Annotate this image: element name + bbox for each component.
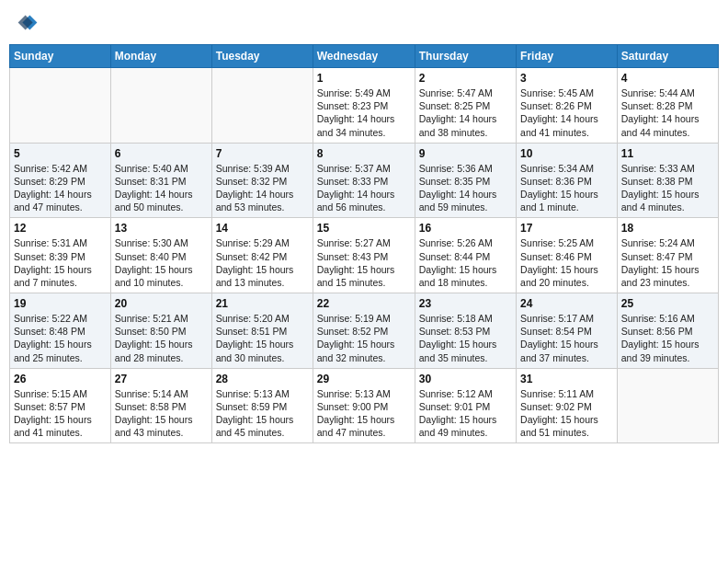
day-number: 7 — [216, 147, 309, 160]
day-number: 20 — [115, 297, 208, 310]
day-info: Sunrise: 5:21 AM Sunset: 8:50 PM Dayligh… — [115, 312, 208, 364]
day-info: Sunrise: 5:42 AM Sunset: 8:29 PM Dayligh… — [14, 162, 107, 214]
calendar-cell — [617, 368, 718, 443]
day-number: 29 — [317, 373, 411, 385]
day-info: Sunrise: 5:49 AM Sunset: 8:23 PM Dayligh… — [317, 86, 411, 139]
day-number: 13 — [115, 222, 208, 235]
day-number: 8 — [317, 147, 411, 160]
day-info: Sunrise: 5:19 AM Sunset: 8:52 PM Dayligh… — [317, 312, 411, 364]
day-info: Sunrise: 5:34 AM Sunset: 8:36 PM Dayligh… — [520, 162, 613, 214]
day-info: Sunrise: 5:31 AM Sunset: 8:39 PM Dayligh… — [14, 236, 107, 289]
day-number: 1 — [317, 72, 411, 85]
calendar-cell — [110, 68, 211, 144]
calendar-cell: 19Sunrise: 5:22 AM Sunset: 8:48 PM Dayli… — [10, 293, 111, 369]
day-number: 27 — [115, 373, 208, 385]
day-info: Sunrise: 5:16 AM Sunset: 8:56 PM Dayligh… — [621, 312, 714, 364]
calendar-cell: 28Sunrise: 5:13 AM Sunset: 8:59 PM Dayli… — [211, 368, 313, 443]
day-number: 26 — [14, 373, 107, 385]
day-info: Sunrise: 5:33 AM Sunset: 8:38 PM Dayligh… — [621, 162, 714, 214]
day-number: 2 — [419, 72, 512, 85]
calendar-cell: 25Sunrise: 5:16 AM Sunset: 8:56 PM Dayli… — [617, 293, 718, 369]
calendar-cell: 7Sunrise: 5:39 AM Sunset: 8:32 PM Daylig… — [211, 143, 313, 218]
day-info: Sunrise: 5:30 AM Sunset: 8:40 PM Dayligh… — [115, 236, 208, 289]
day-info: Sunrise: 5:29 AM Sunset: 8:42 PM Dayligh… — [216, 236, 309, 289]
calendar-cell: 22Sunrise: 5:19 AM Sunset: 8:52 PM Dayli… — [313, 293, 415, 369]
day-info: Sunrise: 5:18 AM Sunset: 8:53 PM Dayligh… — [419, 312, 512, 364]
day-info: Sunrise: 5:22 AM Sunset: 8:48 PM Dayligh… — [14, 312, 107, 364]
day-info: Sunrise: 5:45 AM Sunset: 8:26 PM Dayligh… — [520, 86, 613, 139]
calendar-cell: 1Sunrise: 5:49 AM Sunset: 8:23 PM Daylig… — [313, 68, 415, 144]
day-number: 12 — [14, 222, 107, 235]
day-info: Sunrise: 5:44 AM Sunset: 8:28 PM Dayligh… — [621, 86, 714, 139]
calendar-cell: 13Sunrise: 5:30 AM Sunset: 8:40 PM Dayli… — [110, 218, 211, 293]
day-info: Sunrise: 5:25 AM Sunset: 8:46 PM Dayligh… — [520, 236, 613, 289]
day-number: 19 — [14, 297, 107, 310]
calendar-cell: 2Sunrise: 5:47 AM Sunset: 8:25 PM Daylig… — [415, 68, 516, 144]
calendar-cell: 23Sunrise: 5:18 AM Sunset: 8:53 PM Dayli… — [415, 293, 516, 369]
calendar-week-row: 26Sunrise: 5:15 AM Sunset: 8:57 PM Dayli… — [10, 368, 719, 443]
calendar-cell: 12Sunrise: 5:31 AM Sunset: 8:39 PM Dayli… — [10, 218, 111, 293]
logo — [9, 9, 42, 39]
day-number: 5 — [14, 147, 107, 160]
weekday-header-wednesday: Wednesday — [313, 45, 415, 68]
calendar-cell: 6Sunrise: 5:40 AM Sunset: 8:31 PM Daylig… — [110, 143, 211, 218]
day-info: Sunrise: 5:40 AM Sunset: 8:31 PM Dayligh… — [115, 162, 208, 214]
calendar-table: SundayMondayTuesdayWednesdayThursdayFrid… — [9, 44, 719, 443]
day-info: Sunrise: 5:20 AM Sunset: 8:51 PM Dayligh… — [216, 312, 309, 364]
day-info: Sunrise: 5:14 AM Sunset: 8:58 PM Dayligh… — [115, 387, 208, 440]
day-info: Sunrise: 5:26 AM Sunset: 8:44 PM Dayligh… — [419, 236, 512, 289]
day-number: 4 — [621, 72, 714, 85]
calendar-cell: 4Sunrise: 5:44 AM Sunset: 8:28 PM Daylig… — [617, 68, 718, 144]
day-number: 6 — [115, 147, 208, 160]
day-info: Sunrise: 5:24 AM Sunset: 8:47 PM Dayligh… — [621, 236, 714, 289]
day-number: 9 — [419, 147, 512, 160]
day-number: 25 — [621, 297, 714, 310]
page-header — [9, 9, 719, 39]
day-info: Sunrise: 5:11 AM Sunset: 9:02 PM Dayligh… — [520, 387, 613, 440]
weekday-header-sunday: Sunday — [10, 45, 111, 68]
day-number: 28 — [216, 373, 309, 385]
day-info: Sunrise: 5:13 AM Sunset: 9:00 PM Dayligh… — [317, 387, 411, 440]
day-number: 18 — [621, 222, 714, 235]
calendar-week-row: 5Sunrise: 5:42 AM Sunset: 8:29 PM Daylig… — [10, 143, 719, 218]
calendar-cell: 17Sunrise: 5:25 AM Sunset: 8:46 PM Dayli… — [517, 218, 618, 293]
calendar-cell: 24Sunrise: 5:17 AM Sunset: 8:54 PM Dayli… — [517, 293, 618, 369]
day-info: Sunrise: 5:36 AM Sunset: 8:35 PM Dayligh… — [419, 162, 512, 214]
logo-icon — [9, 9, 39, 39]
calendar-cell: 29Sunrise: 5:13 AM Sunset: 9:00 PM Dayli… — [313, 368, 415, 443]
calendar-cell: 8Sunrise: 5:37 AM Sunset: 8:33 PM Daylig… — [313, 143, 415, 218]
calendar-cell: 31Sunrise: 5:11 AM Sunset: 9:02 PM Dayli… — [517, 368, 618, 443]
day-info: Sunrise: 5:39 AM Sunset: 8:32 PM Dayligh… — [216, 162, 309, 214]
calendar-week-row: 1Sunrise: 5:49 AM Sunset: 8:23 PM Daylig… — [10, 68, 719, 144]
day-number: 15 — [317, 222, 411, 235]
day-number: 30 — [419, 373, 512, 385]
weekday-header-monday: Monday — [110, 45, 211, 68]
day-info: Sunrise: 5:15 AM Sunset: 8:57 PM Dayligh… — [14, 387, 107, 440]
calendar-cell: 30Sunrise: 5:12 AM Sunset: 9:01 PM Dayli… — [415, 368, 516, 443]
weekday-header-friday: Friday — [517, 45, 618, 68]
calendar-cell: 15Sunrise: 5:27 AM Sunset: 8:43 PM Dayli… — [313, 218, 415, 293]
day-number: 14 — [216, 222, 309, 235]
calendar-cell: 14Sunrise: 5:29 AM Sunset: 8:42 PM Dayli… — [211, 218, 313, 293]
calendar-cell: 10Sunrise: 5:34 AM Sunset: 8:36 PM Dayli… — [517, 143, 618, 218]
calendar-cell: 21Sunrise: 5:20 AM Sunset: 8:51 PM Dayli… — [211, 293, 313, 369]
day-info: Sunrise: 5:12 AM Sunset: 9:01 PM Dayligh… — [419, 387, 512, 440]
weekday-header-saturday: Saturday — [617, 45, 718, 68]
calendar-cell: 11Sunrise: 5:33 AM Sunset: 8:38 PM Dayli… — [617, 143, 718, 218]
calendar-cell: 18Sunrise: 5:24 AM Sunset: 8:47 PM Dayli… — [617, 218, 718, 293]
day-info: Sunrise: 5:37 AM Sunset: 8:33 PM Dayligh… — [317, 162, 411, 214]
day-number: 11 — [621, 147, 714, 160]
day-info: Sunrise: 5:13 AM Sunset: 8:59 PM Dayligh… — [216, 387, 309, 440]
calendar-cell: 3Sunrise: 5:45 AM Sunset: 8:26 PM Daylig… — [517, 68, 618, 144]
day-info: Sunrise: 5:27 AM Sunset: 8:43 PM Dayligh… — [317, 236, 411, 289]
day-info: Sunrise: 5:17 AM Sunset: 8:54 PM Dayligh… — [520, 312, 613, 364]
calendar-cell — [211, 68, 313, 144]
day-number: 10 — [520, 147, 613, 160]
calendar-cell: 9Sunrise: 5:36 AM Sunset: 8:35 PM Daylig… — [415, 143, 516, 218]
calendar-cell: 26Sunrise: 5:15 AM Sunset: 8:57 PM Dayli… — [10, 368, 111, 443]
calendar-week-row: 12Sunrise: 5:31 AM Sunset: 8:39 PM Dayli… — [10, 218, 719, 293]
day-number: 3 — [520, 72, 613, 85]
day-number: 22 — [317, 297, 411, 310]
day-info: Sunrise: 5:47 AM Sunset: 8:25 PM Dayligh… — [419, 86, 512, 139]
weekday-header-tuesday: Tuesday — [211, 45, 313, 68]
